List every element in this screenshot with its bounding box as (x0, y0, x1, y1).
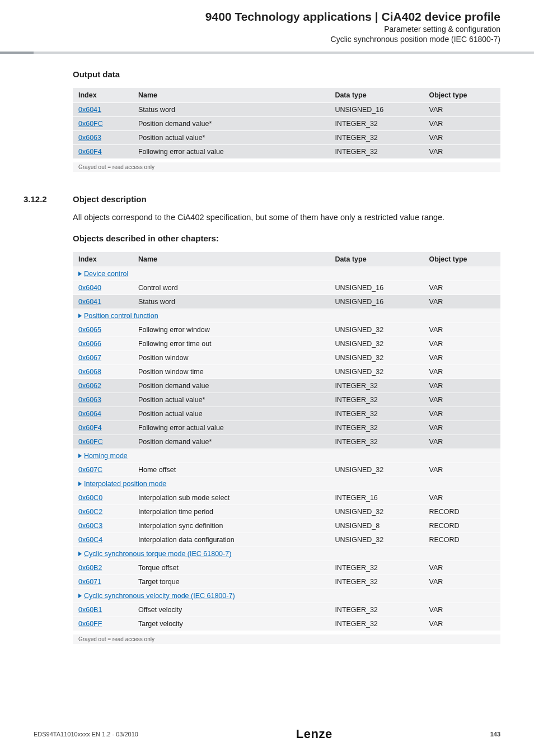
index-link[interactable]: 0x60C2 (78, 508, 102, 516)
cell-name: Position window time (133, 365, 329, 379)
index-link[interactable]: 0x60C0 (78, 494, 102, 502)
output-heading: Output data (73, 69, 500, 79)
cell-index: 0x6065 (73, 323, 133, 337)
cell-index: 0x60FC (73, 435, 133, 449)
cell-name: Status word (133, 103, 329, 117)
index-link[interactable]: 0x6040 (78, 284, 101, 292)
table-row: 0x6065Following error windowUNSIGNED_32V… (73, 323, 500, 337)
index-link[interactable]: 0x60FF (78, 620, 102, 628)
cell-index: 0x60B1 (73, 603, 133, 617)
cell-datatype: UNSIGNED_32 (329, 323, 423, 337)
triangle-icon (78, 594, 82, 598)
cell-objecttype: VAR (423, 491, 500, 505)
cell-index: 0x607C (73, 463, 133, 477)
index-link[interactable]: 0x6063 (78, 134, 101, 142)
cell-objecttype: VAR (423, 323, 500, 337)
index-link[interactable]: 0x60C4 (78, 536, 102, 544)
index-link[interactable]: 0x6041 (78, 106, 101, 114)
index-link[interactable]: 0x60B2 (78, 564, 102, 572)
cell-objecttype: VAR (423, 407, 500, 421)
cell-datatype: UNSIGNED_32 (329, 365, 423, 379)
cell-index: 0x60FC (73, 117, 133, 131)
section-number: 3.12.2 (24, 194, 73, 204)
group-link[interactable]: Cyclic synchronous velocity mode (IEC 61… (84, 592, 235, 600)
group-link[interactable]: Device control (84, 270, 128, 278)
group-link[interactable]: Homing mode (84, 452, 128, 460)
cell-index: 0x60C4 (73, 533, 133, 547)
table-header-row: Index Name Data type Object type (73, 252, 500, 267)
cell-index: 0x6063 (73, 131, 133, 145)
cell-datatype: INTEGER_32 (329, 117, 423, 131)
cell-index: 0x60FF (73, 617, 133, 631)
index-link[interactable]: 0x60FC (78, 120, 103, 128)
index-link[interactable]: 0x6065 (78, 326, 101, 334)
index-link[interactable]: 0x6064 (78, 410, 101, 418)
index-link[interactable]: 0x6071 (78, 578, 101, 586)
table-row: 0x60FCPosition demand value*INTEGER_32VA… (73, 117, 500, 131)
index-link[interactable]: 0x6062 (78, 382, 101, 390)
page-subtitle-2: Cyclic synchronous position mode (IEC 61… (34, 35, 500, 44)
index-link[interactable]: 0x60F4 (78, 148, 102, 156)
index-link[interactable]: 0x60F4 (78, 424, 102, 432)
cell-name: Interpolation time period (133, 505, 329, 519)
col-name: Name (133, 252, 329, 267)
cell-index: 0x6068 (73, 365, 133, 379)
index-link[interactable]: 0x60FC (78, 438, 103, 446)
cell-name: Interpolation sub mode select (133, 491, 329, 505)
cell-name: Home offset (133, 463, 329, 477)
cell-index: 0x60F4 (73, 145, 133, 159)
cell-name: Position window (133, 351, 329, 365)
table-row: 0x6063Position actual value*INTEGER_32VA… (73, 131, 500, 145)
index-link[interactable]: 0x6066 (78, 340, 101, 348)
index-link[interactable]: 0x60C3 (78, 522, 102, 530)
cell-name: Following error actual value (133, 421, 329, 435)
cell-datatype: INTEGER_32 (329, 393, 423, 407)
cell-name: Position actual value* (133, 393, 329, 407)
cell-objecttype: RECORD (423, 519, 500, 533)
cell-index: 0x60C3 (73, 519, 133, 533)
group-link[interactable]: Interpolated position mode (84, 480, 166, 488)
cell-datatype: INTEGER_32 (329, 407, 423, 421)
table-row: 0x6064Position actual valueINTEGER_32VAR (73, 407, 500, 421)
group-link[interactable]: Cyclic synchronous torque mode (IEC 6180… (84, 550, 231, 558)
objects-footnote: Grayed out = read access only (73, 634, 500, 644)
col-index: Index (73, 88, 133, 103)
index-link[interactable]: 0x60B1 (78, 606, 102, 614)
group-cell: Device control (73, 267, 500, 281)
cell-name: Status word (133, 295, 329, 309)
index-link[interactable]: 0x6041 (78, 298, 101, 306)
table-row: 0x6066Following error time outUNSIGNED_3… (73, 337, 500, 351)
output-table: Index Name Data type Object type 0x6041S… (73, 88, 500, 159)
cell-name: Control word (133, 281, 329, 295)
cell-objecttype: RECORD (423, 505, 500, 519)
cell-objecttype: VAR (423, 603, 500, 617)
cell-datatype: INTEGER_32 (329, 421, 423, 435)
table-row: 0x6062Position demand valueINTEGER_32VAR (73, 379, 500, 393)
cell-name: Position actual value (133, 407, 329, 421)
cell-objecttype: VAR (423, 103, 500, 117)
footer-page-number: 143 (490, 731, 500, 738)
group-row: Position control function (73, 309, 500, 323)
cell-index: 0x6071 (73, 575, 133, 589)
index-link[interactable]: 0x6063 (78, 396, 101, 404)
cell-index: 0x6062 (73, 379, 133, 393)
group-row: Cyclic synchronous torque mode (IEC 6180… (73, 547, 500, 561)
index-link[interactable]: 0x6067 (78, 354, 101, 362)
triangle-icon (78, 482, 82, 486)
table-row: 0x60C0Interpolation sub mode selectINTEG… (73, 491, 500, 505)
group-row: Homing mode (73, 449, 500, 463)
triangle-icon (78, 314, 82, 318)
cell-datatype: INTEGER_32 (329, 603, 423, 617)
cell-index: 0x60C0 (73, 491, 133, 505)
table-row: 0x60B1Offset velocityINTEGER_32VAR (73, 603, 500, 617)
group-link[interactable]: Position control function (84, 312, 158, 320)
cell-objecttype: VAR (423, 145, 500, 159)
cell-datatype: INTEGER_32 (329, 561, 423, 575)
index-link[interactable]: 0x607C (78, 466, 102, 474)
cell-objecttype: VAR (423, 393, 500, 407)
output-footnote: Grayed out = read access only (73, 162, 500, 172)
cell-datatype: INTEGER_16 (329, 491, 423, 505)
index-link[interactable]: 0x6068 (78, 368, 101, 376)
cell-name: Position demand value* (133, 117, 329, 131)
cell-objecttype: VAR (423, 575, 500, 589)
